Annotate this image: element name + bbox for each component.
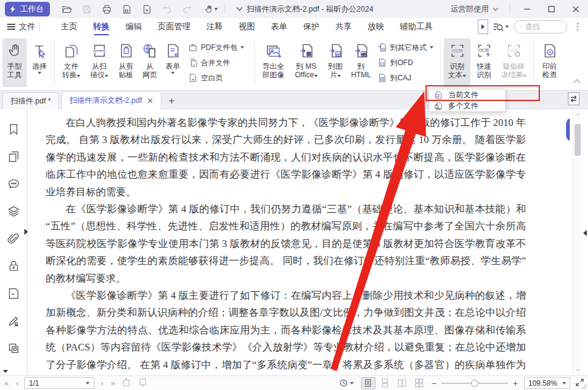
menu-item-multiple-files[interactable]: 多个文件 [429,100,505,111]
undo-icon[interactable] [161,4,173,15]
search-input[interactable] [525,23,561,31]
search-options-button[interactable] [493,23,509,32]
next-page-button[interactable]: › [97,378,107,388]
pdf-page-view[interactable]: 在白人驹教授和国内外著名影像学专家的共同努力下，《医学影像诊断学》第 3 版的修… [28,110,570,375]
hand-tool-button[interactable]: 手型 工具 [2,38,27,87]
previous-page-button[interactable]: ‹ [12,378,21,388]
window-resize-grip[interactable] [581,383,587,389]
last-page-button[interactable]: » [107,378,118,388]
main-area: 在白人驹教授和国内外著名影像学专家的共同努力下，《医学影像诊断学》第 3 版的修… [0,110,588,375]
new-tab-button[interactable]: + [169,95,175,107]
account-menu[interactable]: 运营部使用 [451,4,499,15]
ocr-text-button[interactable]: OCR 识别 文本 [444,38,471,87]
pdf-package-button[interactable]: PDF文件包 [186,41,251,54]
doc-tab-2-active[interactable]: 扫描件演示文档-2.pdf ✕ [61,91,161,110]
scroll-down-arrow[interactable]: ⌄ [575,366,581,372]
to-html-button[interactable]: </> 到 HTML [348,38,374,87]
snapshot-icon[interactable] [121,4,133,15]
new-document-icon[interactable] [141,4,153,15]
doc-tab-1[interactable]: 扫描件.pdf * [2,92,59,110]
to-ms-office-button[interactable]: O 到 MS Office [290,38,323,87]
form-button[interactable]: 表单 [161,38,184,87]
menu-item-current-file[interactable]: OCR 当前文件 [429,89,505,100]
next-view-button[interactable] [138,378,147,389]
from-clipboard-button[interactable]: 从剪 贴板 [114,38,138,87]
search-box[interactable] [514,20,567,33]
related-files-panel-icon[interactable] [7,342,20,355]
right-panel-collapse-button[interactable] [583,230,587,236]
redo-icon[interactable] [181,4,193,15]
caret-down-icon [562,382,566,385]
to-image-button[interactable]: 到图 片 [324,38,347,87]
select-button[interactable]: 选择 [28,38,51,87]
zoom-out-button[interactable]: − [428,378,440,388]
preflight-button[interactable]: A 印前 检查 [537,38,562,87]
workspace-button[interactable]: 工作台 [5,2,50,16]
open-file-icon[interactable] [61,4,72,15]
sidebar-more-icon[interactable] [3,370,8,373]
to-other-formats-button[interactable]: 到其它格式 [375,41,437,54]
close-button[interactable] [564,0,588,18]
file-convert-button[interactable]: 文件 转换 [58,38,85,87]
menu-file[interactable]: 文件 [7,21,35,32]
menu-tab-present[interactable]: 放映 [360,19,392,35]
export-all-images-button[interactable]: 导出全 部图像 [258,38,289,87]
comments-panel-icon[interactable] [7,178,20,190]
maximize-button[interactable] [539,0,564,18]
menu-tab-view[interactable]: 视图 [231,19,263,35]
assistant-lightbulb-button[interactable]: 1 [566,117,570,142]
scroll-up-arrow[interactable]: ⌃ [575,113,581,119]
attachments-panel-icon[interactable] [7,232,20,245]
menu-tab-protect[interactable]: 保护 [295,19,327,35]
menu-tab-home[interactable]: 主页 [53,19,85,35]
menu-tab-accessibility[interactable]: 辅助工具 [392,19,441,35]
blank-page-button[interactable]: 空白页 [186,71,251,85]
menu-tab-comment[interactable]: 注释 [198,19,231,35]
zoom-in-button[interactable]: + [509,378,522,388]
quick-ocr-button[interactable]: OCR 快速 识别 [472,38,496,87]
bookmarks-panel-icon[interactable] [7,123,20,136]
single-page-view-button[interactable] [361,377,376,389]
ribbon-collapse-button[interactable] [575,79,579,86]
triangle-right-icon [481,24,485,29]
more-options-icon[interactable] [572,23,584,31]
divider [509,4,510,14]
first-page-button[interactable]: « [0,378,12,388]
signature-panel-icon[interactable] [7,315,20,327]
destinations-panel-icon[interactable] [7,287,20,300]
from-scanner-button[interactable]: 从扫 描仪 [86,38,113,87]
search-list-icon [493,23,503,32]
slider-thumb[interactable] [471,380,478,387]
hand-tool-dropdown-icon[interactable] [201,4,220,15]
scrollbar-thumb[interactable] [575,124,581,156]
menu-tab-form[interactable]: 表单 [263,19,295,35]
facing-view-button[interactable] [395,377,410,389]
vertical-scrollbar[interactable]: ⌃ ⌄ [573,110,581,375]
arrange-tabs-button[interactable] [568,92,579,105]
menu-tab-edit[interactable]: 编辑 [117,19,150,35]
from-web-button[interactable]: 从 网页 [139,38,160,87]
rotate-view-button[interactable] [339,378,354,388]
continuous-view-button[interactable] [378,377,393,389]
menu-tab-convert[interactable]: 转换 [85,19,117,35]
security-panel-icon[interactable] [7,260,20,273]
save-icon[interactable] [81,4,93,15]
to-ofd-button[interactable]: 到OFD [375,56,437,69]
ribbon-expand-button[interactable] [478,19,488,34]
previous-view-button[interactable] [122,378,131,389]
zoom-slider[interactable] [441,379,508,388]
print-icon[interactable] [101,4,113,15]
to-caj-button[interactable]: 到CAJ [375,71,437,85]
minimize-button[interactable] [515,0,539,18]
facing-continuous-view-button[interactable] [412,377,427,389]
layers-panel-icon[interactable] [7,205,20,218]
tab-close-icon[interactable]: ✕ [147,96,153,105]
status-bar: « ‹ 1/1 › » − + 109.58% [0,375,588,390]
page-thumbnails-icon[interactable] [7,150,20,163]
menu-tab-share[interactable]: 共享 [327,19,360,35]
merge-files-button[interactable]: 合并文件 [186,56,251,69]
navigation-sidebar [0,110,27,375]
page-number-selector[interactable]: 1/1 [24,377,94,389]
zoom-level-selector[interactable]: 109.58% [524,377,570,389]
menu-tab-page-manage[interactable]: 页面管理 [150,19,198,35]
